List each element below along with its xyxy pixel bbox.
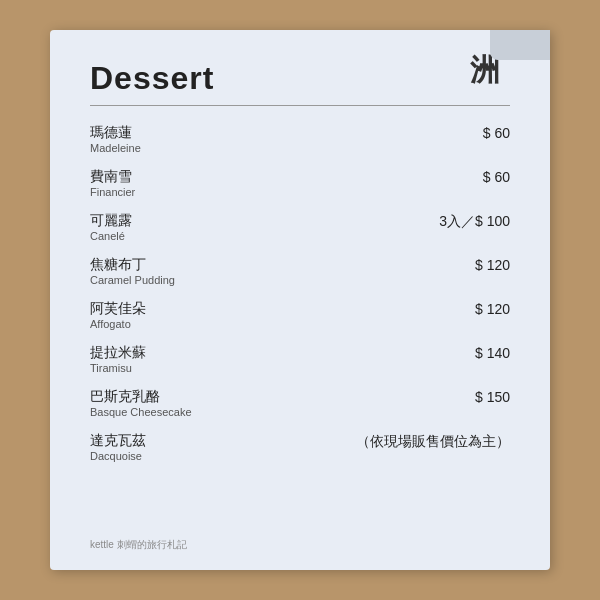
- menu-row: 巴斯克乳酪Basque Cheesecake$ 150: [90, 388, 510, 418]
- menu-row: 阿芙佳朵Affogato$ 120: [90, 300, 510, 330]
- item-price: $ 60: [483, 168, 510, 185]
- item-chinese: 費南雪: [90, 168, 135, 186]
- item-names: 阿芙佳朵Affogato: [90, 300, 146, 330]
- item-price: $ 140: [475, 344, 510, 361]
- item-names: 瑪德蓮Madeleine: [90, 124, 141, 154]
- item-chinese: 阿芙佳朵: [90, 300, 146, 318]
- menu-row: 達克瓦茲Dacquoise（依現場販售價位為主）: [90, 432, 510, 462]
- item-names: 提拉米蘇Tiramisu: [90, 344, 146, 374]
- item-names: 可麗露Canelé: [90, 212, 132, 242]
- item-names: 費南雪Financier: [90, 168, 135, 198]
- item-english: Madeleine: [90, 142, 141, 154]
- item-price: 3入／$ 100: [439, 212, 510, 231]
- item-price: $ 150: [475, 388, 510, 405]
- item-english: Affogato: [90, 318, 146, 330]
- item-price: $ 60: [483, 124, 510, 141]
- item-chinese: 可麗露: [90, 212, 132, 230]
- item-chinese: 達克瓦茲: [90, 432, 146, 450]
- menu-row: 費南雪Financier$ 60: [90, 168, 510, 198]
- item-price: $ 120: [475, 256, 510, 273]
- menu-row: 可麗露Canelé3入／$ 100: [90, 212, 510, 242]
- header-area: Dessert 洲: [90, 60, 510, 97]
- menu-title: Dessert: [90, 60, 214, 97]
- menu-items: 瑪德蓮Madeleine$ 60費南雪Financier$ 60可麗露Canel…: [90, 124, 510, 462]
- menu-row: 焦糖布丁Caramel Pudding$ 120: [90, 256, 510, 286]
- item-chinese: 提拉米蘇: [90, 344, 146, 362]
- item-names: 達克瓦茲Dacquoise: [90, 432, 146, 462]
- chinese-logo: 洲: [470, 55, 500, 85]
- item-english: Dacquoise: [90, 450, 146, 462]
- menu-card: Dessert 洲 瑪德蓮Madeleine$ 60費南雪Financier$ …: [50, 30, 550, 570]
- menu-row: 提拉米蘇Tiramisu$ 140: [90, 344, 510, 374]
- item-names: 巴斯克乳酪Basque Cheesecake: [90, 388, 192, 418]
- item-chinese: 焦糖布丁: [90, 256, 175, 274]
- item-english: Caramel Pudding: [90, 274, 175, 286]
- item-names: 焦糖布丁Caramel Pudding: [90, 256, 175, 286]
- divider: [90, 105, 510, 106]
- item-price: （依現場販售價位為主）: [356, 432, 510, 451]
- item-english: Canelé: [90, 230, 132, 242]
- item-price: $ 120: [475, 300, 510, 317]
- watermark: kettle 刺蝟的旅行札記: [90, 538, 187, 552]
- item-chinese: 巴斯克乳酪: [90, 388, 192, 406]
- item-english: Basque Cheesecake: [90, 406, 192, 418]
- menu-row: 瑪德蓮Madeleine$ 60: [90, 124, 510, 154]
- item-english: Tiramisu: [90, 362, 146, 374]
- item-chinese: 瑪德蓮: [90, 124, 141, 142]
- item-english: Financier: [90, 186, 135, 198]
